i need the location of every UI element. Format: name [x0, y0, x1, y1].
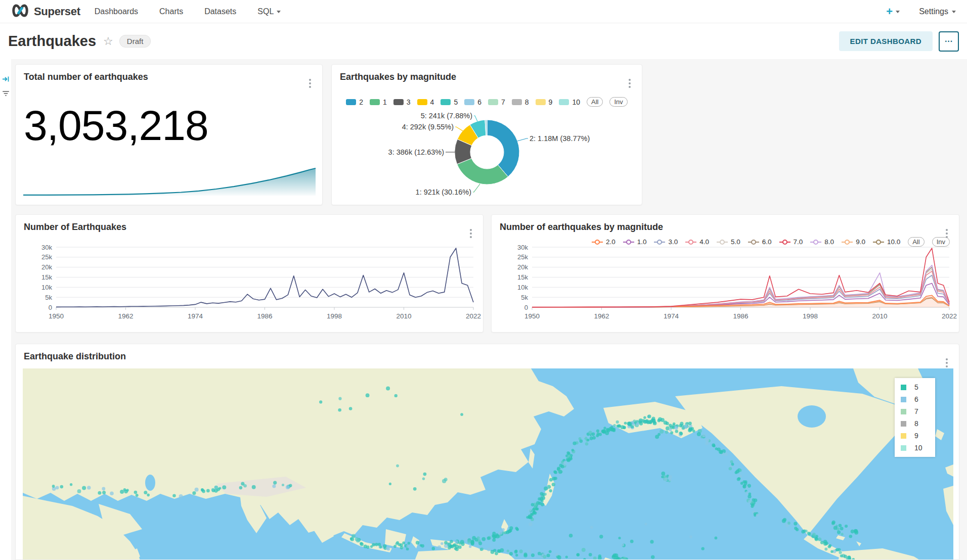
svg-text:15k: 15k	[517, 273, 528, 281]
donut-slice-4	[457, 125, 478, 146]
legend-item-4[interactable]: 4	[417, 98, 434, 106]
expand-filter-bar-icon[interactable]	[2, 75, 10, 83]
more-options-button[interactable]: ···	[939, 31, 959, 52]
card-earthquakes-by-magnitude-lines: Number of earthquakes by magnitude 2.01.…	[491, 214, 959, 333]
map-legend-item-8: 8	[901, 419, 929, 428]
svg-text:5k: 5k	[45, 294, 52, 301]
legend-swatch	[370, 99, 380, 105]
kebab-menu-icon[interactable]	[307, 77, 313, 90]
legend-item-8[interactable]: 8	[512, 98, 529, 106]
legend-swatch	[901, 397, 906, 402]
donut-legend: 21345678910AllInv	[332, 97, 642, 107]
svg-text:2010: 2010	[872, 312, 887, 320]
nav-item-datasets[interactable]: Datasets	[204, 7, 236, 16]
favorite-star-icon[interactable]: ☆	[103, 35, 113, 48]
legend-item-9[interactable]: 9	[536, 98, 553, 106]
brand-name: Superset	[34, 5, 80, 18]
svg-text:25k: 25k	[41, 253, 52, 261]
legend-swatch	[901, 421, 906, 427]
svg-text:5k: 5k	[521, 294, 528, 301]
map-legend-item-6: 6	[901, 395, 929, 403]
svg-text:20k: 20k	[517, 263, 528, 271]
legend-swatch	[393, 99, 404, 105]
legend-item-1[interactable]: 1	[370, 98, 387, 106]
svg-text:1974: 1974	[664, 312, 679, 320]
donut-callout-5: 5: 241k (7.88%)	[421, 112, 472, 120]
donut-callout-4: 4: 292k (9.55%)	[402, 123, 454, 131]
donut-slice-3	[455, 139, 472, 164]
legend-swatch	[441, 99, 451, 105]
legend-item-7[interactable]: 7	[488, 98, 505, 106]
legend-swatch	[417, 99, 427, 105]
card-earthquake-distribution: Earthquake distribution 5678910	[15, 344, 959, 560]
kebab-menu-icon[interactable]	[627, 77, 633, 90]
map-canvas[interactable]: 5678910	[23, 368, 953, 560]
svg-text:1986: 1986	[257, 312, 272, 320]
legend-item-5[interactable]: 5	[441, 98, 458, 106]
svg-text:0: 0	[524, 304, 528, 311]
map-legend-item-9: 9	[901, 432, 929, 440]
map-legend-item-5: 5	[901, 383, 929, 391]
legend-swatch	[464, 99, 474, 105]
svg-text:10k: 10k	[517, 284, 528, 291]
nav-menu: Dashboards Charts Datasets SQL	[95, 7, 281, 16]
nav-item-dashboards[interactable]: Dashboards	[95, 7, 138, 16]
legend-swatch	[346, 99, 356, 105]
line-chart-number-of-earthquakes: 05k10k15k20k25k30k1950196219741986199820…	[16, 215, 484, 333]
svg-text:25k: 25k	[517, 253, 528, 261]
series-8.0	[532, 265, 949, 307]
kebab-menu-icon[interactable]	[944, 356, 950, 369]
donut-callout-2: 2: 1.18M (38.77%)	[530, 134, 590, 143]
legend-item-2[interactable]: 2	[346, 98, 363, 106]
svg-text:1998: 1998	[327, 312, 342, 320]
donut-slice-5	[470, 120, 486, 138]
map-legend: 5678910	[895, 378, 935, 457]
map-legend-item-10: 10	[901, 444, 929, 452]
legend-swatch	[559, 99, 569, 105]
map-legend-item-7: 7	[901, 407, 929, 415]
legend-swatch	[901, 385, 906, 390]
dashboard-header: Earthquakes ☆ Draft EDIT DASHBOARD ···	[0, 23, 967, 59]
settings-dropdown-button[interactable]: Settings	[919, 7, 956, 16]
edit-dashboard-button[interactable]: EDIT DASHBOARD	[839, 31, 933, 51]
dashboard-body: Total number of earthquakes 3,053,218 Ea…	[0, 59, 967, 560]
legend-swatch	[901, 433, 906, 439]
legend-item-6[interactable]: 6	[464, 98, 481, 106]
legend-item-10[interactable]: 10	[559, 98, 580, 106]
svg-text:10k: 10k	[41, 284, 52, 291]
legend-swatch	[512, 99, 522, 105]
card-number-of-earthquakes: Number of Earthquakes 05k10k15k20k25k30k…	[15, 214, 484, 333]
svg-text:2022: 2022	[466, 312, 481, 320]
legend-pill-all[interactable]: All	[587, 97, 603, 107]
legend-pill-inv[interactable]: Inv	[609, 97, 627, 107]
card-earthquakes-by-magnitude: Earthquakes by magnitude 21345678910AllI…	[331, 64, 642, 205]
donut-callout-3: 3: 386k (12.63%)	[388, 148, 444, 156]
filter-icon[interactable]	[2, 89, 10, 97]
line-chart-by-magnitude: 05k10k15k20k25k30k1950196219741986199820…	[492, 215, 959, 333]
chart-title: Earthquake distribution	[24, 351, 126, 362]
svg-text:30k: 30k	[517, 244, 528, 251]
svg-text:20k: 20k	[41, 263, 52, 271]
chart-title: Total number of earthquakes	[24, 72, 148, 82]
svg-text:15k: 15k	[41, 273, 52, 281]
filter-bar-collapsed	[0, 59, 11, 560]
top-navbar: Superset Dashboards Charts Datasets SQL …	[0, 0, 967, 23]
nav-right: + Settings	[886, 5, 956, 18]
svg-text:1950: 1950	[49, 312, 64, 320]
big-number-value: 3,053,218	[24, 101, 208, 150]
legend-swatch	[488, 99, 498, 105]
superset-brand[interactable]: Superset	[11, 4, 80, 19]
superset-logo-icon	[11, 4, 29, 19]
donut-slice-6-10	[485, 120, 487, 135]
nav-item-charts[interactable]: Charts	[159, 7, 183, 16]
nav-item-sql[interactable]: SQL	[257, 7, 281, 16]
donut-chart: 2: 1.18M (38.77%)1: 921k (30.16%)3: 386k…	[332, 65, 642, 205]
svg-text:2022: 2022	[942, 312, 957, 320]
svg-text:0: 0	[49, 304, 52, 311]
svg-text:2010: 2010	[396, 312, 411, 320]
chevron-down-icon	[896, 11, 900, 13]
svg-text:1986: 1986	[733, 312, 748, 320]
legend-item-3[interactable]: 3	[393, 98, 411, 106]
new-dropdown-button[interactable]: +	[886, 5, 900, 18]
svg-text:30k: 30k	[41, 244, 52, 251]
